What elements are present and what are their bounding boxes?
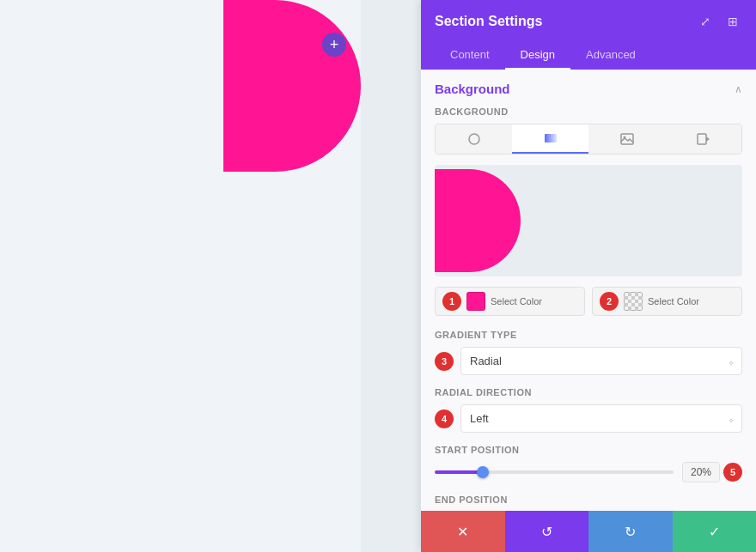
- svg-rect-1: [545, 134, 557, 143]
- start-position-value-box: 20% 5: [682, 462, 742, 482]
- bg-type-none[interactable]: [436, 124, 512, 154]
- end-position-field: End Position 20% 6: [435, 494, 742, 511]
- tab-content[interactable]: Content: [435, 41, 505, 70]
- bg-type-gradient[interactable]: [512, 124, 588, 154]
- color-label-2: Select Color: [648, 296, 735, 306]
- radial-direction-select[interactable]: Center Left Right Top Bottom: [460, 404, 742, 433]
- bg-type-image[interactable]: [588, 124, 665, 154]
- bottom-toolbar: ✕ ↺ ↻ ✓: [421, 511, 756, 552]
- save-icon: ✓: [709, 524, 720, 540]
- color-swatch-1: [466, 292, 485, 311]
- background-field-label: Background: [435, 106, 742, 117]
- badge-3: 3: [435, 352, 454, 371]
- end-position-label: End Position: [435, 494, 742, 505]
- section-header: Background ∧: [435, 82, 742, 96]
- badge-2: 2: [600, 292, 619, 311]
- redo-button[interactable]: ↻: [588, 511, 673, 552]
- radial-direction-field: Radial Direction 4 Center Left Right Top…: [435, 387, 742, 433]
- undo-button[interactable]: ↺: [505, 511, 589, 552]
- none-icon: [467, 132, 481, 146]
- color-stop-1[interactable]: 1 Select Color: [435, 287, 585, 316]
- badge-5: 5: [723, 463, 742, 482]
- panel-icons: ⤢ ⊞: [696, 12, 742, 31]
- expand-icon[interactable]: ⤢: [696, 12, 715, 31]
- color-label-1: Select Color: [491, 296, 577, 306]
- canvas-shape: [223, 0, 361, 172]
- section-title: Background: [435, 82, 510, 96]
- cancel-button[interactable]: ✕: [421, 511, 505, 552]
- panel-header: Section Settings ⤢ ⊞ Content Design Adva…: [421, 0, 756, 70]
- start-position-track[interactable]: [435, 470, 674, 474]
- gradient-type-label: Gradient Type: [435, 330, 742, 340]
- background-section: Background ∧ Background: [421, 70, 756, 511]
- redo-icon: ↻: [625, 524, 636, 540]
- section-settings-panel: Section Settings ⤢ ⊞ Content Design Adva…: [421, 0, 756, 552]
- image-icon: [620, 132, 634, 146]
- columns-icon[interactable]: ⊞: [723, 12, 742, 31]
- undo-icon: ↺: [541, 524, 552, 540]
- preview-shape: [435, 169, 521, 272]
- cancel-icon: ✕: [457, 524, 468, 540]
- panel-title-row: Section Settings ⤢ ⊞: [435, 12, 742, 31]
- svg-marker-5: [706, 136, 710, 142]
- start-position-value[interactable]: 20%: [682, 462, 720, 482]
- panel-title: Section Settings: [435, 14, 542, 29]
- badge-4: 4: [435, 409, 454, 428]
- badge-1: 1: [442, 292, 461, 311]
- video-icon: [697, 132, 710, 146]
- gradient-icon: [544, 131, 558, 145]
- panel-tabs: Content Design Advanced: [435, 41, 742, 70]
- start-position-field: Start Position 20% 5: [435, 445, 742, 482]
- gradient-type-field: Gradient Type 3 Linear Radial Conic: [435, 330, 742, 375]
- collapse-icon[interactable]: ∧: [735, 83, 742, 95]
- radial-direction-label: Radial Direction: [435, 387, 742, 397]
- gradient-preview: [435, 165, 742, 276]
- color-stops: 1 Select Color 2 Select Color: [435, 287, 742, 316]
- color-stop-2[interactable]: 2 Select Color: [592, 287, 742, 316]
- panel-body: Background ∧ Background: [421, 70, 756, 511]
- save-button[interactable]: ✓: [673, 511, 757, 552]
- tab-design[interactable]: Design: [505, 41, 570, 70]
- start-position-label: Start Position: [435, 445, 742, 455]
- add-section-button[interactable]: +: [322, 33, 346, 57]
- color-swatch-2: [624, 292, 643, 311]
- tab-advanced[interactable]: Advanced: [570, 41, 651, 70]
- bg-type-tabs: [435, 124, 742, 155]
- svg-rect-4: [698, 134, 706, 144]
- svg-point-0: [469, 134, 479, 144]
- canvas-area: [0, 0, 361, 552]
- start-position-row: 20% 5: [435, 462, 742, 482]
- bg-type-video[interactable]: [665, 124, 741, 154]
- gradient-type-select[interactable]: Linear Radial Conic: [460, 347, 742, 375]
